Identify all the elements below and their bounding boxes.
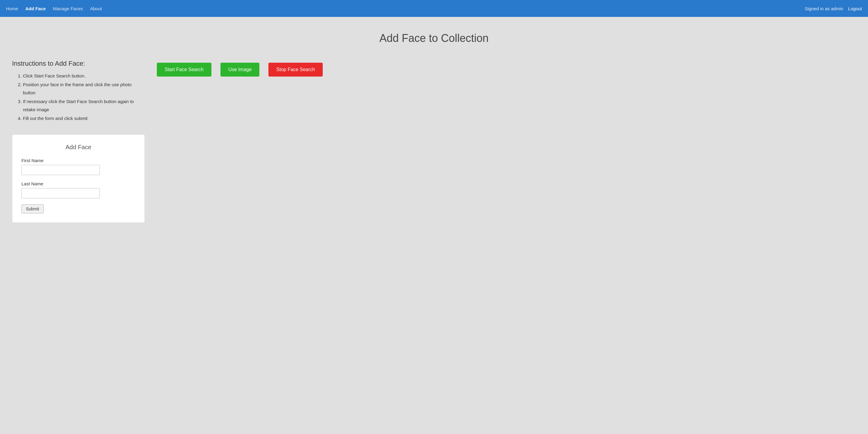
instruction-step-1: Click Start Face Search button. [23, 72, 145, 80]
nav-right: Signed in as admin Logout [805, 6, 862, 11]
use-image-button[interactable]: Use Image [220, 63, 259, 76]
signed-in-text: Signed in as admin [805, 6, 843, 11]
right-panel: Start Face Search Use Image Stop Face Se… [157, 60, 856, 223]
last-name-label: Last Name [22, 181, 135, 186]
nav-about[interactable]: About [90, 6, 102, 11]
first-name-label: First Name [22, 158, 135, 163]
add-face-form-card: Add Face First Name Last Name Submit [12, 134, 145, 223]
left-panel: Instructions to Add Face: Click Start Fa… [12, 60, 145, 223]
instruction-step-3: If necessary click the Start Face Search… [23, 97, 145, 113]
instruction-step-4: Fill out the form and click submit [23, 114, 145, 122]
first-name-group: First Name [22, 158, 135, 175]
start-face-search-button[interactable]: Start Face Search [157, 63, 211, 76]
last-name-group: Last Name [22, 181, 135, 198]
main-content: Add Face to Collection Instructions to A… [0, 17, 868, 235]
instructions-heading: Instructions to Add Face: [12, 60, 145, 68]
nav-add-face[interactable]: Add Face [25, 6, 46, 11]
nav-left: Home Add Face Manage Faces About [6, 6, 102, 11]
action-buttons: Start Face Search Use Image Stop Face Se… [157, 63, 856, 76]
page-title: Add Face to Collection [12, 32, 856, 44]
navbar: Home Add Face Manage Faces About Signed … [0, 0, 868, 17]
content-area: Instructions to Add Face: Click Start Fa… [12, 60, 856, 223]
logout-link[interactable]: Logout [848, 6, 862, 11]
submit-button[interactable]: Submit [22, 204, 44, 213]
nav-manage-faces[interactable]: Manage Faces [53, 6, 83, 11]
stop-face-search-button[interactable]: Stop Face Search [269, 63, 323, 76]
last-name-input[interactable] [22, 188, 100, 198]
nav-home[interactable]: Home [6, 6, 18, 11]
form-card-title: Add Face [22, 144, 135, 151]
first-name-input[interactable] [22, 165, 100, 175]
instruction-step-2: Position your face in the frame and clic… [23, 80, 145, 97]
instructions-list: Click Start Face Search button. Position… [12, 72, 145, 122]
